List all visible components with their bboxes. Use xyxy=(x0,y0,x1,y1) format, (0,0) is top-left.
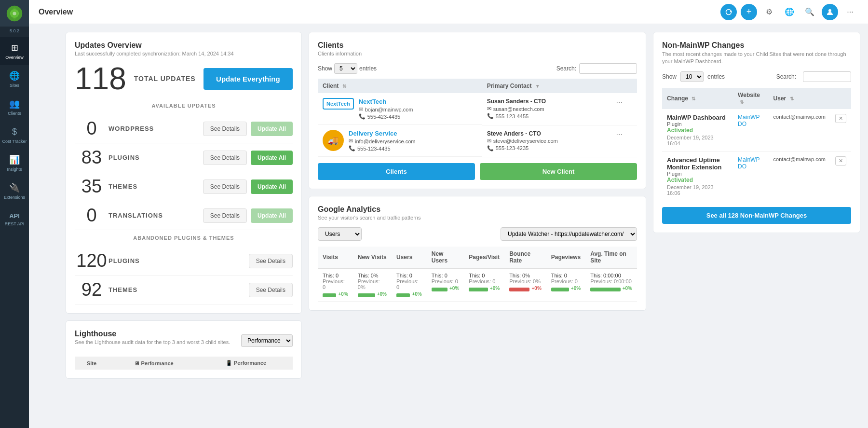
dismiss-button[interactable]: ✕ xyxy=(835,114,846,123)
client-sort-icon: ⇅ xyxy=(342,83,346,89)
client-phone: 555-423-4435 xyxy=(367,114,401,120)
analytics-pct: +0% xyxy=(449,286,459,291)
contact-name: Steve Anders - CTO xyxy=(487,130,607,137)
client-col-actions xyxy=(611,79,637,93)
abandoned-plugins-count: 120 xyxy=(75,250,108,271)
logo[interactable] xyxy=(0,0,29,27)
wordpress-update-all-button[interactable]: Update All xyxy=(251,122,293,136)
total-updates-row: 118 TOTAL UPDATES Update Everything xyxy=(75,63,293,94)
analytics-bar xyxy=(551,288,569,291)
nonmainwp-row: MainWP Dashboard Plugin Activated Decemb… xyxy=(662,109,851,152)
clients-panel: Clients Clients information Show 5 10 25… xyxy=(309,32,646,189)
desktop-icon: 🖥 xyxy=(134,360,139,366)
analytics-subtitle: See your visitor's search and traffic pa… xyxy=(318,215,637,221)
analytics-data-row: This: 0 Previous: 0 +0% This: 0% Previou… xyxy=(318,268,637,302)
sync-button[interactable] xyxy=(720,4,737,20)
contact-phone: 555-123-4235 xyxy=(496,145,529,151)
more-button[interactable]: ··· xyxy=(842,4,858,20)
nonmainwp-show-select[interactable]: 10 25 xyxy=(680,71,704,82)
client-more-button[interactable]: ··· xyxy=(616,98,623,107)
clients-search-input[interactable] xyxy=(579,63,637,74)
sidebar-item-cost[interactable]: $ Cost Tracker xyxy=(0,121,29,149)
wordpress-see-details-button[interactable]: See Details xyxy=(203,122,247,136)
abandoned-themes-see-details-button[interactable]: See Details xyxy=(249,283,293,297)
change-date: December 19, 2023 16:06 xyxy=(667,184,728,196)
analytics-prev: Previous: 0 xyxy=(396,278,422,290)
analytics-type-select[interactable]: Users Sessions xyxy=(318,227,362,241)
analytics-table-wrapper: VisitsNew VisitsUsersNew UsersPages/Visi… xyxy=(318,247,637,302)
new-client-button[interactable]: New Client xyxy=(480,163,637,180)
contact-phone-row: 📞 555-123-4235 xyxy=(487,145,607,152)
themes-update-all-button[interactable]: Update All xyxy=(251,179,293,194)
client-name[interactable]: Delivery Service xyxy=(349,130,416,137)
change-website-link[interactable]: MainWP DO xyxy=(738,156,760,170)
client-row: 🚚 Delivery Service ✉ info@deliveryservic… xyxy=(318,125,637,157)
themes-see-details-button[interactable]: See Details xyxy=(203,179,247,194)
plugins-see-details-button[interactable]: See Details xyxy=(203,151,247,165)
analytics-bar-row: +0% xyxy=(469,286,500,291)
lighthouse-header: Lighthouse See the Lighthouse audit data… xyxy=(75,330,293,352)
sidebar-item-clients[interactable]: 👥 Clients xyxy=(0,93,29,121)
settings-button[interactable]: ⚙ xyxy=(761,4,777,20)
sidebar-item-insights[interactable]: 📊 Insights xyxy=(0,149,29,177)
change-website-link[interactable]: MainWP DO xyxy=(738,114,760,127)
analytics-pct: +0% xyxy=(571,286,581,291)
globe-button[interactable]: 🌐 xyxy=(781,4,798,20)
nonmainwp-search-input[interactable] xyxy=(803,71,851,82)
clients-title: Clients xyxy=(318,41,637,50)
analytics-bar-row: +0% xyxy=(432,286,460,291)
sidebar-item-clients-label: Clients xyxy=(8,111,21,116)
plugins-update-all-button[interactable]: Update All xyxy=(251,151,293,165)
dismiss-button[interactable]: ✕ xyxy=(835,156,846,166)
sites-icon: 🌐 xyxy=(9,70,20,81)
analytics-pct: +0% xyxy=(412,291,421,297)
add-button[interactable]: + xyxy=(741,4,757,20)
translations-actions: See Details Update All xyxy=(203,208,293,223)
translations-see-details-button[interactable]: See Details xyxy=(203,208,247,223)
clients-icon: 👥 xyxy=(9,98,20,109)
see-all-changes-button[interactable]: See all 128 Non-MainWP Changes xyxy=(662,207,851,224)
analytics-prev: Previous: 0 xyxy=(469,278,500,284)
lighthouse-col-perf-mobile: 📱 Performance xyxy=(199,357,293,370)
nonmainwp-search-label: Search: xyxy=(776,73,796,80)
show-entries-select[interactable]: 5 10 25 xyxy=(334,63,357,74)
search-button[interactable]: 🔍 xyxy=(801,4,818,20)
client-email-row: ✉ info@deliveryservice.com xyxy=(349,138,416,144)
lighthouse-subtitle: See the Lighthouse audit data for the to… xyxy=(75,339,230,345)
change-cell: Advanced Uptime Monitor Extension Plugin… xyxy=(662,151,733,201)
sidebar-item-sites[interactable]: 🌐 Sites xyxy=(0,65,29,93)
client-col-contact: Primary Contact ▼ xyxy=(482,79,611,93)
contact-sort-icon: ▼ xyxy=(535,83,540,89)
sidebar-item-api[interactable]: API REST API xyxy=(0,205,29,233)
sidebar-item-extensions[interactable]: 🔌 Extensions xyxy=(0,177,29,205)
analytics-cell: This: 0 Previous: 0 +0% xyxy=(392,268,427,302)
abandoned-plugins-see-details-button[interactable]: See Details xyxy=(249,254,293,268)
show-label: Show xyxy=(318,65,332,72)
right-panel: Non-MainWP Changes The most recent chang… xyxy=(653,32,860,420)
contact-email-row: ✉ susan@nexttech.com xyxy=(487,106,607,112)
clients-table: Client ⇅ Primary Contact ▼ NextTech Next… xyxy=(318,79,637,157)
middle-panel: Clients Clients information Show 5 10 25… xyxy=(309,32,646,420)
translations-update-all-button[interactable]: Update All xyxy=(251,208,293,223)
change-col-dismiss xyxy=(830,88,851,109)
sidebar-item-cost-label: Cost Tracker xyxy=(2,139,27,144)
analytics-this: This: 0% xyxy=(358,273,387,278)
clients-subtitle: Clients information xyxy=(318,51,637,56)
lighthouse-dropdown[interactable]: Performance xyxy=(241,334,293,347)
update-everything-button[interactable]: Update Everything xyxy=(203,68,293,90)
clients-button[interactable]: Clients xyxy=(318,163,475,180)
lighthouse-title: Lighthouse xyxy=(75,330,230,338)
client-name[interactable]: NextTech xyxy=(359,98,413,105)
abandoned-heading: ABANDONED PLUGINS & THEMES xyxy=(75,235,293,241)
client-more-button[interactable]: ··· xyxy=(616,130,623,139)
sidebar-item-overview[interactable]: ⊞ Overview xyxy=(0,37,29,65)
avatar[interactable] xyxy=(822,4,838,20)
analytics-bar-row: +0% xyxy=(590,286,632,291)
change-type: Plugin xyxy=(667,121,728,127)
analytics-prev: Previous: 0% xyxy=(509,278,542,284)
client-cell-info: NextTech NextTech ✉ bojan@mainwp.com 📞 5… xyxy=(318,93,482,125)
themes-row: 35 THEMES See Details Update All xyxy=(75,172,293,201)
abandoned-themes-row: 92 THEMES See Details xyxy=(75,276,293,304)
analytics-col-header: New Visits xyxy=(353,247,392,268)
analytics-site-select[interactable]: Update Watcher - https://updatewatcher.c… xyxy=(501,227,637,241)
